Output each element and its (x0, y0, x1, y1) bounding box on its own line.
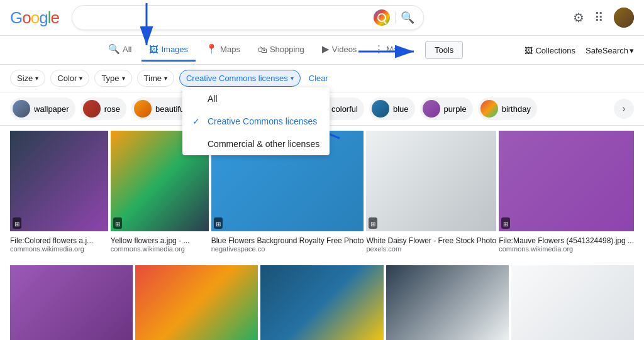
chip-purple[interactable]: purple (420, 97, 473, 120)
avatar[interactable] (614, 8, 634, 28)
image-card-r2-5[interactable] (511, 265, 634, 340)
header: Google flowers 🔍 ⚙ ⠿ (0, 0, 644, 36)
image-r2-5 (511, 265, 634, 340)
safe-search[interactable]: SafeSearch ▾ (586, 45, 634, 55)
chip-thumb-beautiful (134, 100, 152, 118)
google-logo[interactable]: Google (10, 8, 59, 28)
type-label: Type (101, 74, 119, 83)
image-title-2: Yellow flowers a.jpg - ... (111, 236, 209, 245)
image-type-icon-2: ⊞ (115, 221, 120, 228)
search-icons: 🔍 (374, 9, 414, 26)
all-icon: 🔍 (108, 43, 120, 55)
image-type-icon-3: ⊞ (216, 221, 221, 228)
chip-wallpaper[interactable]: wallpaper (10, 97, 75, 120)
search-divider (395, 11, 396, 24)
dropdown-item-commercial[interactable]: Commercial & other licenses (182, 133, 330, 155)
image-card-1[interactable]: ⊞ (10, 131, 108, 231)
tab-maps-label: Maps (220, 45, 240, 54)
dropdown-all-label: All (208, 94, 218, 104)
chip-thumb-rose (83, 100, 101, 118)
header-right: ⚙ ⠿ (573, 8, 634, 28)
nav-tabs: 🔍 All 🖼 Images 📍 Maps 🛍 Shopping ▶ Video… (0, 36, 644, 65)
image-source-1: commons.wikimedia.org (10, 245, 108, 253)
chip-purple-label: purple (444, 104, 467, 114)
size-label: Size (17, 74, 33, 83)
chip-blue[interactable]: blue (369, 97, 415, 120)
license-dropdown: All ✓ Creative Commons licenses Commerci… (182, 87, 330, 155)
lens-icon[interactable] (374, 9, 390, 26)
image-card-r2-3[interactable] (260, 265, 383, 340)
clear-button[interactable]: Clear (306, 70, 331, 86)
checkmark-all (192, 94, 203, 104)
chip-rose[interactable]: rose (80, 97, 126, 120)
time-filter[interactable]: Time ▾ (137, 70, 174, 87)
image-badge-4: ⊞ (369, 217, 377, 229)
license-filter[interactable]: Creative Commons licenses ▾ (179, 70, 301, 87)
tab-images-label: Images (161, 45, 188, 54)
search-button[interactable]: 🔍 (401, 11, 414, 25)
tab-shopping-label: Shopping (270, 45, 304, 54)
safe-search-label: SafeSearch (586, 45, 628, 55)
image-source-5: commons.wikimedia.org (499, 245, 634, 253)
image-info-2: Yellow flowers a.jpg - ... commons.wikim… (111, 234, 209, 255)
chip-rose-label: rose (104, 104, 120, 114)
type-chevron: ▾ (122, 75, 125, 82)
dropdown-item-cc[interactable]: ✓ Creative Commons licenses (182, 110, 330, 133)
checkmark-commercial (192, 139, 203, 149)
safe-search-chevron: ▾ (630, 45, 634, 55)
collections-label: Collections (535, 45, 575, 55)
color-chevron: ▾ (79, 75, 82, 82)
image-card-r2-2[interactable] (135, 265, 258, 340)
image-title-3: Blue Flowers Background Royalty Free Pho… (211, 236, 364, 245)
tab-more[interactable]: ⋮ More (367, 38, 413, 62)
apps-icon[interactable]: ⠿ (594, 10, 604, 25)
image-5 (499, 131, 634, 231)
collections-area: 🖼 Collections SafeSearch ▾ (525, 45, 634, 55)
chip-blue-label: blue (393, 104, 409, 114)
image-card-4[interactable]: ⊞ (366, 131, 496, 231)
type-filter[interactable]: Type ▾ (94, 70, 131, 87)
image-col-4: ⊞ White Daisy Flower - Free Stock Photo … (366, 131, 496, 255)
chip-birthday[interactable]: birthday (478, 97, 537, 120)
chip-thumb-purple (423, 100, 440, 118)
image-r2-2 (135, 265, 258, 340)
settings-icon[interactable]: ⚙ (573, 10, 584, 25)
image-card-r2-4[interactable] (386, 265, 509, 340)
image-col-r2-1 (10, 265, 133, 340)
image-col-r2-3 (260, 265, 383, 340)
images-icon: 🖼 (149, 44, 158, 55)
checkmark-cc: ✓ (192, 116, 203, 126)
tab-maps[interactable]: 📍 Maps (198, 38, 248, 62)
tab-images[interactable]: 🖼 Images (142, 39, 196, 62)
chip-wallpaper-label: wallpaper (34, 104, 69, 114)
tools-button[interactable]: Tools (425, 41, 463, 59)
tab-videos[interactable]: ▶ Videos (314, 38, 365, 62)
avatar-image (614, 8, 634, 28)
chip-beautiful-label: beautiful (155, 104, 186, 114)
size-filter[interactable]: Size ▾ (10, 70, 45, 87)
filter-bar: Size ▾ Color ▾ Type ▾ Time ▾ Creative Co… (0, 65, 644, 92)
tab-videos-label: Videos (332, 45, 357, 54)
dropdown-commercial-label: Commercial & other licenses (208, 139, 319, 149)
chips-next-button[interactable]: › (614, 99, 634, 119)
tab-all[interactable]: 🔍 All (101, 38, 139, 62)
videos-icon: ▶ (322, 43, 330, 55)
color-filter[interactable]: Color ▾ (50, 70, 89, 87)
chip-thumb-wallpaper (13, 100, 30, 118)
tab-shopping[interactable]: 🛍 Shopping (250, 39, 312, 62)
chip-colorful-label: colorful (331, 104, 358, 114)
collections-link[interactable]: 🖼 Collections (525, 45, 575, 55)
dropdown-item-all[interactable]: All (182, 87, 330, 110)
image-info-1: File:Colored flowers a.j... commons.wiki… (10, 234, 108, 255)
time-label: Time (144, 74, 162, 83)
image-card-r2-1[interactable] (10, 265, 133, 340)
search-input[interactable]: flowers (81, 12, 369, 23)
image-r2-1 (10, 265, 133, 340)
image-card-5[interactable]: ⊞ (499, 131, 634, 231)
image-type-icon-5: ⊞ (503, 221, 508, 228)
image-type-icon-4: ⊞ (370, 221, 375, 228)
image-badge-1: ⊞ (13, 217, 21, 229)
image-info-4: White Daisy Flower - Free Stock Photo pe… (366, 234, 496, 255)
shopping-icon: 🛍 (258, 44, 267, 55)
image-badge-3: ⊞ (214, 217, 223, 229)
